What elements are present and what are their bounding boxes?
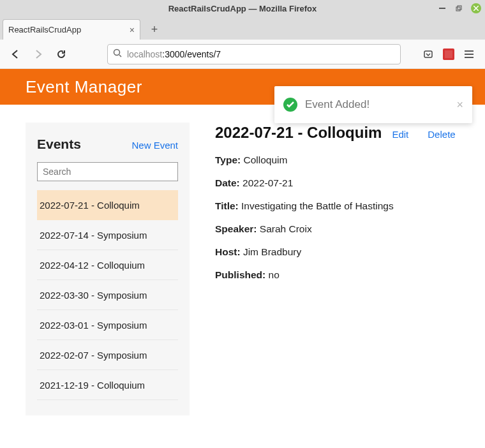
svg-rect-7 xyxy=(424,51,432,57)
toast: Event Added! × xyxy=(274,86,472,123)
pocket-icon[interactable] xyxy=(422,49,434,60)
event-list-item[interactable]: 2022-03-30 - Symposium xyxy=(37,280,178,310)
svg-rect-1 xyxy=(458,6,461,10)
menu-icon[interactable] xyxy=(463,49,475,60)
app-title: Event Manager xyxy=(26,77,142,97)
new-tab-button[interactable]: + xyxy=(146,20,163,38)
event-list-item[interactable]: 2021-12-19 - Colloquium xyxy=(37,370,178,400)
field-speaker: Speaker: Sarah Croix xyxy=(215,223,472,235)
svg-rect-2 xyxy=(456,7,460,11)
reload-button[interactable] xyxy=(52,45,70,63)
toolbar-right xyxy=(422,49,479,60)
close-tab-icon[interactable]: × xyxy=(130,25,135,35)
os-titlebar: ReactRailsCrudApp — Mozilla Firefox xyxy=(0,0,485,17)
success-icon xyxy=(283,98,297,112)
tab-strip: ReactRailsCrudApp × + xyxy=(0,17,485,40)
edit-link[interactable]: Edit xyxy=(392,129,408,140)
field-host: Host: Jim Bradbury xyxy=(215,246,472,258)
sidebar-heading: Events xyxy=(37,137,81,152)
event-detail: 2022-07-21 - Colloquim Edit Delete Type:… xyxy=(215,123,472,415)
minimize-button[interactable] xyxy=(438,4,447,13)
new-event-link[interactable]: New Event xyxy=(131,140,178,151)
search-icon xyxy=(113,49,122,59)
field-published: Published: no xyxy=(215,269,472,281)
event-list-item[interactable]: 2022-03-01 - Symposium xyxy=(37,310,178,340)
sidebar: Events New Event Search 2022-07-21 - Col… xyxy=(26,123,190,415)
maximize-button[interactable] xyxy=(454,4,463,13)
main-content: Events New Event Search 2022-07-21 - Col… xyxy=(0,105,485,415)
toast-message: Event Added! xyxy=(305,98,369,111)
browser-tab[interactable]: ReactRailsCrudApp × xyxy=(3,19,140,40)
browser-toolbar: localhost:3000/events/7 xyxy=(0,40,485,69)
tab-title: ReactRailsCrudApp xyxy=(8,25,81,34)
svg-line-6 xyxy=(119,55,121,57)
back-button[interactable] xyxy=(6,45,24,63)
close-window-button[interactable] xyxy=(471,3,481,13)
url-bar[interactable]: localhost:3000/events/7 xyxy=(107,44,401,64)
field-date: Date: 2022-07-21 xyxy=(215,177,472,189)
event-list-item[interactable]: 2022-04-12 - Colloquium xyxy=(37,250,178,280)
field-type: Type: Colloquim xyxy=(215,154,472,166)
toast-close-icon[interactable]: × xyxy=(456,98,463,112)
search-input[interactable]: Search xyxy=(37,162,178,181)
event-list-item[interactable]: 2022-02-07 - Symposium xyxy=(37,340,178,370)
delete-link[interactable]: Delete xyxy=(428,129,455,140)
url-text: localhost:3000/events/7 xyxy=(127,49,221,59)
event-list-item[interactable]: 2022-07-14 - Symposium xyxy=(37,220,178,250)
event-list-item[interactable]: 2022-07-21 - Colloquim xyxy=(37,190,178,220)
svg-point-5 xyxy=(114,50,120,56)
detail-heading: 2022-07-21 - Colloquim xyxy=(215,124,382,142)
field-title: Title: Investigating the Battle of Hasti… xyxy=(215,200,472,212)
forward-button[interactable] xyxy=(29,45,47,63)
window-title: ReactRailsCrudApp — Mozilla Firefox xyxy=(0,4,485,13)
extension-icon[interactable] xyxy=(443,49,454,60)
event-list: 2022-07-21 - Colloquim 2022-07-14 - Symp… xyxy=(37,190,178,400)
window-controls xyxy=(438,3,481,13)
